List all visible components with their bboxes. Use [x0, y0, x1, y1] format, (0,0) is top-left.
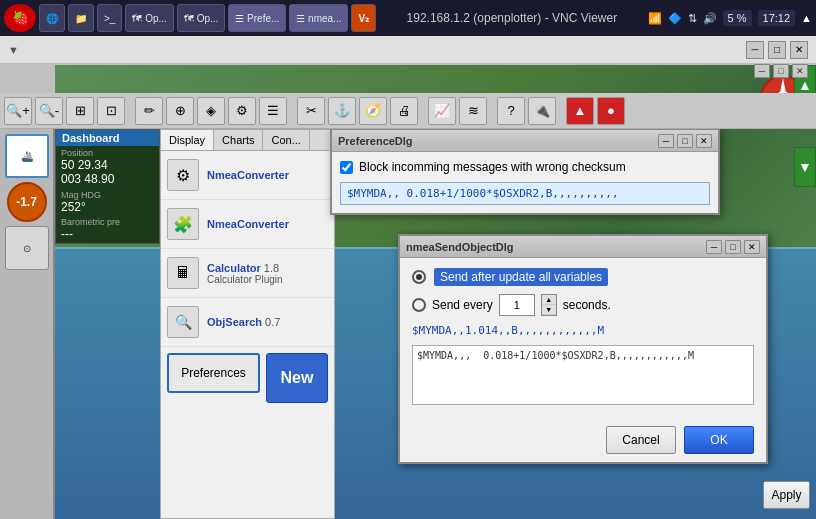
plugin-nmea2-name: NmeaConverter: [207, 218, 328, 230]
nmea-formula-textarea[interactable]: $MYMDA,,, 0.018+1/1000*$OSXDR2,B,,,,,,,,…: [412, 345, 754, 405]
pref-dlg-maximize[interactable]: □: [677, 134, 693, 148]
position-label: Position: [61, 148, 154, 158]
zoom-out-btn[interactable]: 🔍-: [35, 97, 63, 125]
print-btn[interactable]: 🖨: [390, 97, 418, 125]
active-chart-btn[interactable]: ●: [597, 97, 625, 125]
vnc-maximize[interactable]: □: [768, 41, 786, 59]
plugin-btn[interactable]: 🔌: [528, 97, 556, 125]
dashboard-panel: Dashboard Position 50 29.34 003 48.90 Ma…: [55, 129, 160, 244]
waypoint-btn[interactable]: ⊕: [166, 97, 194, 125]
plugin-panel: Display Charts Con... ⚙ NmeaConverter 🧩 …: [160, 129, 335, 519]
opencpn-minimize[interactable]: ─: [754, 64, 770, 78]
plugin-nmea2-info: NmeaConverter: [207, 218, 328, 230]
plugin-calc-info: Calculator 1.8 Calculator Plugin: [207, 262, 328, 285]
sidebar-lifebuoy-icon[interactable]: ⊙: [5, 226, 49, 270]
ve-btn[interactable]: V₂: [351, 4, 376, 32]
pref-nmea-value[interactable]: $MYMDA,, 0.018+1/1000*$OSXDR2,B,,,,,,,,,…: [340, 182, 710, 205]
nmea-send-dialog: nmeaSendObjectDlg ─ □ ✕ Send after updat…: [398, 234, 768, 464]
pref-dlg-title: PreferenceDlg: [338, 135, 413, 147]
sidebar-ship-icon[interactable]: 🚢: [5, 134, 49, 178]
op2-btn[interactable]: 🗺 Op...: [177, 4, 225, 32]
mag-hdg-label: Mag HDG: [61, 190, 154, 200]
scroll-up-btn[interactable]: ▲: [801, 12, 812, 24]
fit-btn[interactable]: ⊞: [66, 97, 94, 125]
left-sidebar: 🚢 -1.7 ⊙: [0, 129, 55, 519]
radio-after-update[interactable]: [412, 270, 426, 284]
nmea-dlg-controls: ─ □ ✕: [706, 240, 760, 254]
plugin-nmea1-name: NmeaConverter: [207, 169, 328, 181]
folder-btn[interactable]: 📁: [68, 4, 94, 32]
dashboard-title: Dashboard: [56, 130, 159, 146]
cancel-button[interactable]: Cancel: [606, 426, 676, 454]
vnc-close[interactable]: ✕: [790, 41, 808, 59]
plugin-search[interactable]: 🔍 ObjSearch 0.7: [161, 298, 334, 347]
plugin-tabs: Display Charts Con...: [161, 130, 334, 151]
bluetooth-icon: 🔷: [668, 12, 682, 25]
tab-con[interactable]: Con...: [263, 130, 309, 150]
layers-btn[interactable]: ≋: [459, 97, 487, 125]
signal-icon: 📶: [648, 12, 662, 25]
globe-btn[interactable]: 🌐: [39, 4, 65, 32]
scroll-down-map[interactable]: ▼: [794, 147, 816, 187]
ok-button[interactable]: OK: [684, 426, 754, 454]
anchor-btn[interactable]: ⚓: [328, 97, 356, 125]
pref-dlg-titlebar: PreferenceDlg ─ □ ✕: [332, 130, 718, 152]
nav-btn[interactable]: 🧭: [359, 97, 387, 125]
scissors-btn[interactable]: ✂: [297, 97, 325, 125]
nmea-btn[interactable]: ☰ nmea...: [289, 4, 348, 32]
zoom-in-btn[interactable]: 🔍+: [4, 97, 32, 125]
pref-dlg-minimize[interactable]: ─: [658, 134, 674, 148]
plugin-nmea1[interactable]: ⚙ NmeaConverter: [161, 151, 334, 200]
taskbar: 🍓 🌐 📁 >_ 🗺 Op... 🗺 Op... ☰ Prefe... ☰ nm…: [0, 0, 816, 36]
plugin-calc[interactable]: 🖩 Calculator 1.8 Calculator Plugin: [161, 249, 334, 298]
radio-after-update-row: Send after update all variables: [412, 268, 754, 286]
send-every-label: Send every: [432, 298, 493, 312]
op1-btn[interactable]: 🗺 Op...: [125, 4, 173, 32]
new-button[interactable]: New: [266, 353, 328, 403]
boat-btn[interactable]: ▲: [566, 97, 594, 125]
wrong-checksum-checkbox[interactable]: [340, 161, 353, 174]
latitude-value: 50 29.34: [61, 158, 154, 172]
nmea-dlg-minimize[interactable]: ─: [706, 240, 722, 254]
vnc-controls: ▼ ─ □ ✕: [0, 36, 816, 64]
tab-charts[interactable]: Charts: [214, 130, 263, 150]
vnc-minimize[interactable]: ─: [746, 41, 764, 59]
look-ahead-btn[interactable]: ⊡: [97, 97, 125, 125]
nmea-dlg-body: Send after update all variables Send eve…: [400, 258, 766, 418]
battery-level: 5 %: [723, 10, 752, 26]
opencpn-toolbar: 🔍+ 🔍- ⊞ ⊡ ✏ ⊕ ◈ ⚙ ☰ ✂ ⚓ 🧭 🖨 📈 ≋ ? 🔌 ▲ ●: [0, 93, 816, 129]
route-btn[interactable]: ◈: [197, 97, 225, 125]
terminal-btn[interactable]: >_: [97, 4, 122, 32]
seconds-down[interactable]: ▼: [542, 305, 556, 315]
pref-dlg-body: Block incomming messages with wrong chec…: [332, 152, 718, 213]
clock: 17:12: [758, 10, 796, 26]
preferences-button[interactable]: Preferences: [167, 353, 260, 393]
prefs-btn[interactable]: ☰ Prefe...: [228, 4, 286, 32]
window-title: 192.168.1.2 (openplotter) - VNC Viewer: [379, 11, 644, 25]
list-btn[interactable]: ☰: [259, 97, 287, 125]
raspberry-icon[interactable]: 🍓: [4, 4, 36, 32]
nmea-dlg-close[interactable]: ✕: [744, 240, 760, 254]
plugin-nmea2[interactable]: 🧩 NmeaConverter: [161, 200, 334, 249]
opencpn-maximize[interactable]: □: [773, 64, 789, 78]
nmea-dlg-titlebar: nmeaSendObjectDlg ─ □ ✕: [400, 236, 766, 258]
nmea-dlg-buttons: Cancel OK: [400, 418, 766, 462]
help-btn[interactable]: ?: [497, 97, 525, 125]
seconds-up[interactable]: ▲: [542, 295, 556, 305]
draw-btn[interactable]: ✏: [135, 97, 163, 125]
plugin-puzzle-icon: 🧩: [167, 208, 199, 240]
preference-dialog: PreferenceDlg ─ □ ✕ Block incomming mess…: [330, 128, 720, 215]
seconds-input[interactable]: [499, 294, 535, 316]
baro-value: ---: [61, 227, 154, 241]
vnc-menu[interactable]: ▼: [8, 44, 19, 56]
wrong-checksum-label: Block incomming messages with wrong chec…: [359, 160, 626, 174]
settings-btn[interactable]: ⚙: [228, 97, 256, 125]
nmea-dlg-maximize[interactable]: □: [725, 240, 741, 254]
opencpn-close[interactable]: ✕: [792, 64, 808, 78]
apply-button[interactable]: Apply: [763, 481, 810, 509]
chart-btn[interactable]: 📈: [428, 97, 456, 125]
pref-checkbox-row: Block incomming messages with wrong chec…: [340, 160, 710, 174]
tab-display[interactable]: Display: [161, 130, 214, 150]
pref-dlg-close[interactable]: ✕: [696, 134, 712, 148]
radio-send-every[interactable]: [412, 298, 426, 312]
